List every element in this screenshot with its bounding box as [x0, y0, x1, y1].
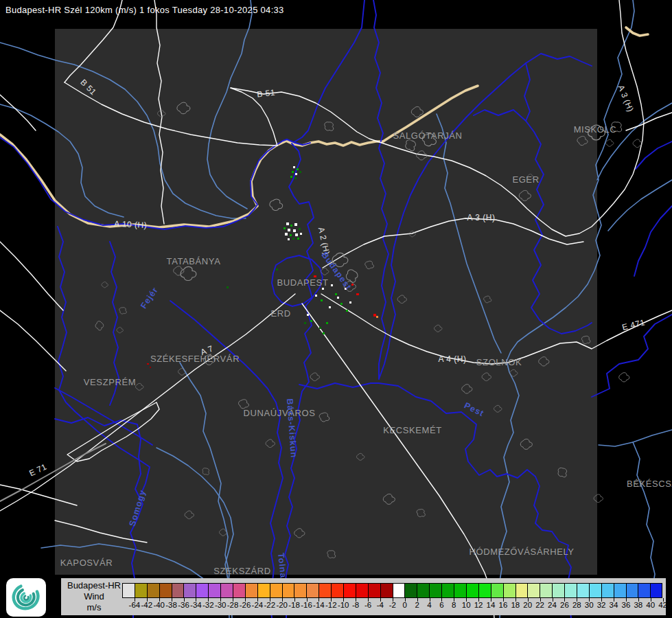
color-cell	[393, 583, 405, 598]
color-cell	[356, 583, 368, 598]
tick-label: 18	[511, 601, 520, 609]
color-cell	[294, 583, 306, 598]
tick-label: 42	[658, 601, 667, 609]
color-cell	[183, 583, 196, 598]
wind-radar-map: TATABÁNYA BUDAPEST ERD SZÉKESFEHÉRVÁR VE…	[0, 0, 672, 618]
city-label-tatabanya: TATABÁNYA	[167, 256, 221, 266]
city-label-kaposvar: KAPOSVÁR	[60, 558, 113, 568]
color-cell	[196, 583, 208, 598]
map-title: Budapest-HR Szél 120km (m/s) 1 fokos Tue…	[5, 5, 284, 15]
city-label-erd: ERD	[270, 308, 290, 319]
tick-label: -20	[276, 601, 288, 609]
color-cell	[159, 583, 172, 598]
tick-label: 14	[487, 601, 496, 609]
color-cell	[135, 583, 147, 598]
tick-label: -28	[227, 601, 239, 609]
tick-label: -16	[301, 601, 312, 609]
radar-coverage-area	[55, 29, 597, 575]
tick-label: 22	[535, 601, 544, 609]
city-label-dunaujvaros: DUNAÚJVÁROS	[244, 408, 316, 418]
color-cell	[441, 583, 454, 598]
legend-label: Budapest-HR Wind m/s	[62, 580, 126, 613]
tick-label: 40	[646, 601, 655, 609]
color-cell	[429, 583, 441, 598]
road-label-a4h: A 4 (H)	[439, 354, 467, 364]
city-label-eger: EGER	[512, 174, 539, 185]
color-cell	[491, 583, 503, 598]
tick-label: -2	[389, 601, 396, 609]
road-label-a3h: A 3 (H)	[467, 213, 496, 222]
color-cell	[220, 583, 233, 598]
tick-label: -4	[377, 601, 384, 609]
color-cell	[614, 583, 626, 598]
tick-label: 30	[585, 601, 594, 609]
legend-unit: m/s	[62, 602, 126, 613]
tick-label: 10	[462, 601, 471, 609]
city-label-bekescsaba: BÉKÉSCSABA	[627, 479, 672, 489]
color-cell	[577, 583, 589, 598]
color-cell	[343, 583, 356, 598]
color-cell	[368, 583, 380, 598]
tick-label: 26	[560, 601, 569, 609]
tick-label: -22	[264, 601, 275, 609]
color-cell	[540, 583, 552, 598]
color-cell	[626, 583, 638, 598]
legend-parameter: Wind	[62, 591, 126, 602]
color-cell	[172, 583, 184, 598]
road-label-a10h: A 10 (H)	[114, 219, 148, 230]
color-cell	[478, 583, 491, 598]
city-label-salgotarjan: SALGÓTARJÁN	[393, 130, 463, 141]
color-cell	[638, 583, 650, 598]
tick-label: 16	[498, 601, 507, 609]
county-label-tolna: Tolna	[276, 552, 288, 579]
color-cell	[318, 583, 331, 598]
tick-label: -34	[190, 601, 202, 609]
color-cell	[306, 583, 318, 598]
color-cell	[466, 583, 478, 598]
color-cell	[515, 583, 528, 598]
color-cell	[122, 583, 135, 598]
color-cell	[527, 583, 540, 598]
color-scale-cells	[122, 583, 662, 598]
color-cell	[589, 583, 601, 598]
city-label-szolnok: SZOLNOK	[476, 357, 522, 367]
radar-screen: TATABÁNYA BUDAPEST ERD SZÉKESFEHÉRVÁR VE…	[0, 0, 672, 618]
tick-label: -10	[338, 601, 349, 609]
city-label-budapest: BUDAPEST	[277, 277, 329, 288]
color-cell	[601, 583, 614, 598]
city-label-veszprem: VESZPRÉM	[84, 377, 136, 387]
color-cell	[233, 583, 245, 598]
tick-label: 2	[415, 601, 419, 609]
tick-label: -32	[202, 601, 214, 609]
tick-label: -8	[352, 601, 359, 609]
color-cell	[147, 583, 159, 598]
tick-label: -24	[252, 601, 264, 609]
tick-label: -12	[325, 601, 337, 609]
tick-label: 28	[572, 601, 581, 609]
tick-label: -64	[129, 601, 141, 609]
tick-label: -18	[288, 601, 300, 609]
city-label-miskolc: MISKOLC	[574, 124, 617, 135]
city-label-hodmezovasarhely: HÓDMEZŐVÁSÁRHELY	[469, 547, 574, 557]
color-cell	[650, 583, 662, 598]
tick-label: 20	[523, 601, 532, 609]
city-label-szekszard: SZEKSZÁRD	[213, 566, 270, 576]
tick-label: 0	[402, 601, 406, 609]
tick-label: -26	[240, 601, 251, 609]
tick-label: -42	[141, 601, 152, 609]
color-cell	[331, 583, 343, 598]
color-cell	[245, 583, 257, 598]
tick-label: 12	[474, 601, 483, 609]
tick-label: 38	[634, 601, 642, 609]
tick-label: 36	[621, 601, 630, 609]
color-cell	[417, 583, 429, 598]
color-cell	[282, 583, 294, 598]
tick-label: -40	[153, 601, 165, 609]
legend-product: Budapest-HR	[62, 580, 126, 591]
tick-label: -38	[165, 601, 177, 609]
city-label-szekesfehervar: SZÉKESFEHÉRVÁR	[150, 354, 240, 364]
color-cell	[257, 583, 270, 598]
tick-label: -30	[215, 601, 227, 609]
road-label-e471: E 471	[621, 317, 646, 332]
met-cyclone-logo	[6, 578, 46, 617]
